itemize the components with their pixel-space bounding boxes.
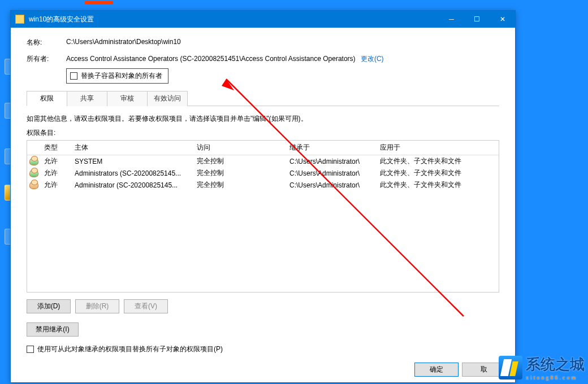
tab-strip: 权限 共享 审核 有效访问 [27, 90, 499, 106]
cell-inherited: C:\Users\Administrator\ [289, 169, 380, 177]
replace-owner-checkbox[interactable] [70, 72, 77, 80]
name-label: 名称: [27, 38, 66, 47]
owner-label: 所有者: [27, 54, 66, 64]
disable-inherit-button[interactable]: 禁用继承(I) [27, 322, 79, 337]
folder-icon [15, 15, 24, 24]
cell-applies: 此文件夹、子文件夹和文件 [380, 156, 493, 166]
cell-principal: Administrators (SC-20200825145... [75, 169, 197, 177]
add-button[interactable]: 添加(D) [27, 299, 71, 313]
watermark-logo: 系统之城 xitong86.com [499, 355, 585, 381]
cell-access: 完全控制 [197, 180, 289, 190]
background-app-hint [85, 1, 113, 5]
name-row: 名称: C:\Users\Administrator\Desktop\win10 [27, 38, 499, 47]
col-access[interactable]: 访问 [197, 143, 289, 152]
replace-child-checkbox[interactable] [27, 346, 34, 353]
ok-button[interactable]: 确定 [414, 363, 459, 377]
cell-access: 完全控制 [197, 156, 289, 166]
window-title: win10的高级安全设置 [29, 15, 439, 24]
group-icon [29, 169, 38, 177]
table-header: 类型 主体 访问 继承于 应用于 [27, 141, 499, 155]
col-inherited[interactable]: 继承于 [289, 143, 380, 152]
view-button: 查看(V) [124, 299, 168, 313]
tab-effective[interactable]: 有效访问 [147, 91, 188, 106]
replace-owner-label: 替换子容器和对象的所有者 [81, 71, 162, 81]
advanced-security-window: win10的高级安全设置 ─ ☐ ✕ 名称: C:\Users\Administ… [10, 10, 516, 383]
action-buttons: 添加(D) 删除(R) 查看(V) [27, 299, 499, 313]
table-row[interactable]: 允许 SYSTEM 完全控制 C:\Users\Administrator\ 此… [27, 155, 499, 167]
cell-inherited: C:\Users\Administrator\ [289, 181, 380, 189]
cell-access: 完全控制 [197, 168, 289, 178]
table-row[interactable]: 允许 Administrators (SC-20200825145... 完全控… [27, 167, 499, 179]
watermark-url: xitong86.com [526, 374, 585, 381]
window-content: 名称: C:\Users\Administrator\Desktop\win10… [11, 28, 515, 382]
minimize-button[interactable]: ─ [439, 11, 464, 28]
watermark-text: 系统之城 [526, 356, 585, 373]
titlebar[interactable]: win10的高级安全设置 ─ ☐ ✕ [11, 11, 515, 28]
tab-permissions[interactable]: 权限 [27, 91, 67, 106]
cell-type: 允许 [44, 180, 75, 190]
dialog-footer-buttons: 确定 取 [414, 363, 506, 377]
user-icon [29, 181, 38, 189]
instruction-text: 如需其他信息，请双击权限项目。若要修改权限项目，请选择该项目并单击"编辑"(如果… [27, 114, 499, 124]
replace-child-row: 使用可从此对象继承的权限项目替换所有子对象的权限项目(P) [27, 344, 499, 354]
maximize-button[interactable]: ☐ [464, 11, 490, 28]
cell-inherited: C:\Users\Administrator\ [289, 158, 380, 165]
col-type[interactable]: 类型 [44, 143, 75, 152]
cell-type: 允许 [44, 168, 75, 178]
col-principal[interactable]: 主体 [75, 143, 197, 152]
watermark-icon [499, 356, 522, 379]
table-row[interactable]: 允许 Administrator (SC-20200825145... 完全控制… [27, 179, 499, 191]
entries-label: 权限条目: [27, 128, 499, 138]
cell-applies: 此文件夹、子文件夹和文件 [380, 168, 493, 178]
replace-owner-highlight: 替换子容器和对象的所有者 [66, 68, 168, 84]
replace-child-label: 使用可从此对象继承的权限项目替换所有子对象的权限项目(P) [37, 344, 223, 354]
remove-button: 删除(R) [75, 299, 119, 313]
name-value: C:\Users\Administrator\Desktop\win10 [66, 38, 499, 46]
change-owner-link[interactable]: 更改(C) [361, 55, 384, 63]
owner-value: Access Control Assistance Operators (SC-… [66, 55, 356, 63]
group-icon [29, 158, 38, 165]
permissions-table: 类型 主体 访问 继承于 应用于 允许 SYSTEM 完全控制 C:\Users… [27, 140, 499, 293]
tab-share[interactable]: 共享 [67, 91, 107, 106]
close-button[interactable]: ✕ [490, 11, 515, 28]
cell-principal: Administrator (SC-20200825145... [75, 181, 197, 189]
cell-type: 允许 [44, 156, 75, 166]
col-applies[interactable]: 应用于 [380, 143, 493, 152]
owner-row: 所有者: Access Control Assistance Operators… [27, 54, 499, 84]
cell-applies: 此文件夹、子文件夹和文件 [380, 180, 493, 190]
tab-audit[interactable]: 审核 [107, 91, 148, 106]
cell-principal: SYSTEM [75, 158, 197, 165]
